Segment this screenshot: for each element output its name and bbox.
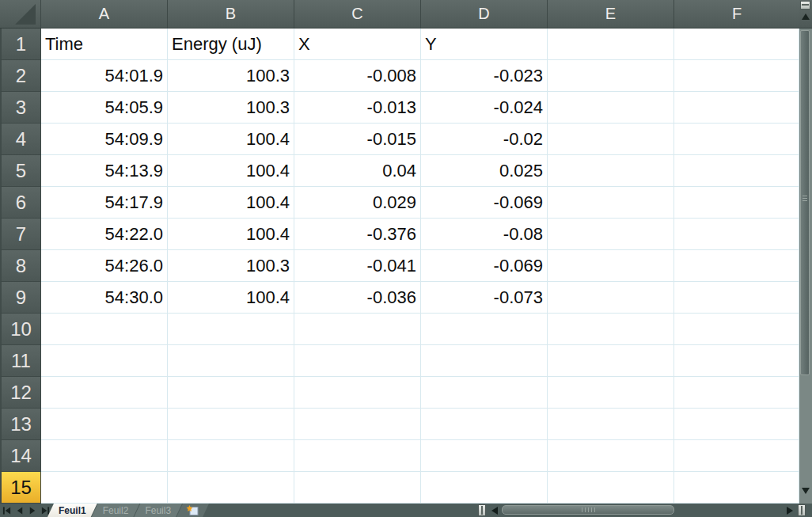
sheet-tab-feuil3[interactable]: Feuil3 [134,504,182,517]
tab-split-handle[interactable] [478,504,486,516]
cell-B1[interactable]: Energy (uJ) [168,29,294,60]
cell-D8[interactable]: -0.069 [421,250,548,282]
cell-C4[interactable]: -0.015 [294,124,421,155]
scroll-right-button[interactable] [787,507,793,515]
scroll-left-button[interactable] [491,507,498,515]
first-sheet-button[interactable] [2,506,12,515]
insert-worksheet-tab[interactable] [176,504,209,517]
cell-B7[interactable]: 100.4 [168,219,294,250]
cell-E9[interactable] [548,282,674,314]
sheet-tab-feuil1[interactable]: Feuil1 [47,504,97,517]
cell-F15[interactable] [674,472,799,504]
cell-F7[interactable] [674,219,799,250]
cell-C12[interactable] [294,377,421,409]
row-header-6[interactable]: 6 [0,187,41,219]
cell-A14[interactable] [41,440,168,472]
cell-C6[interactable]: 0.029 [294,187,421,219]
cell-C3[interactable]: -0.013 [294,92,421,124]
cell-C14[interactable] [294,440,421,472]
cell-B6[interactable]: 100.4 [168,187,294,219]
cell-D10[interactable] [421,314,548,345]
cell-D9[interactable]: -0.073 [421,282,548,314]
horizontal-split-handle[interactable] [798,504,806,516]
cell-F11[interactable] [674,345,799,377]
cell-A12[interactable] [41,377,168,409]
cell-B10[interactable] [168,314,294,345]
cell-F3[interactable] [674,92,799,124]
cell-C7[interactable]: -0.376 [294,219,421,250]
cell-A2[interactable]: 54:01.9 [41,60,168,92]
cell-E3[interactable] [548,92,674,124]
cell-B8[interactable]: 100.3 [168,250,294,282]
row-header-13[interactable]: 13 [0,409,41,440]
cell-E14[interactable] [548,440,674,472]
column-header-b[interactable]: B [168,0,294,28]
cell-F5[interactable] [674,155,799,187]
cell-E1[interactable] [548,29,674,60]
cell-F8[interactable] [674,250,799,282]
horizontal-scrollbar-thumb[interactable] [502,505,674,515]
cell-C15[interactable] [294,472,421,504]
cell-A1[interactable]: Time [41,29,168,60]
cell-A10[interactable] [41,314,168,345]
sheet-tab-feuil2[interactable]: Feuil2 [92,504,140,517]
cell-C10[interactable] [294,314,421,345]
column-header-c[interactable]: C [294,0,421,28]
cell-D11[interactable] [421,345,548,377]
row-header-12[interactable]: 12 [0,377,41,409]
cell-E15[interactable] [548,472,674,504]
cell-D12[interactable] [421,377,548,409]
cell-C1[interactable]: X [294,29,421,60]
row-header-10[interactable]: 10 [0,314,41,345]
cell-F2[interactable] [674,60,799,92]
cell-F9[interactable] [674,282,799,314]
cell-F1[interactable] [674,29,799,60]
cell-B13[interactable] [168,409,294,440]
cell-F4[interactable] [674,124,799,155]
cell-A11[interactable] [41,345,168,377]
cell-D6[interactable]: -0.069 [421,187,548,219]
cell-D7[interactable]: -0.08 [421,219,548,250]
cell-F6[interactable] [674,187,799,219]
cell-C8[interactable]: -0.041 [294,250,421,282]
row-header-15[interactable]: 15 [0,472,41,504]
cell-B5[interactable]: 100.4 [168,155,294,187]
cell-A8[interactable]: 54:26.0 [41,250,168,282]
row-header-11[interactable]: 11 [0,345,41,377]
next-sheet-button[interactable] [28,506,37,515]
cell-E4[interactable] [548,124,674,155]
column-header-d[interactable]: D [421,0,548,28]
cell-F10[interactable] [674,314,799,345]
cell-A9[interactable]: 54:30.0 [41,282,168,314]
vertical-split-handle[interactable] [800,1,810,10]
cell-D14[interactable] [421,440,548,472]
column-header-a[interactable]: A [41,0,168,28]
row-header-14[interactable]: 14 [0,440,41,472]
column-header-f[interactable]: F [674,0,799,28]
cell-B12[interactable] [168,377,294,409]
cell-A15[interactable] [41,472,168,504]
cell-A7[interactable]: 54:22.0 [41,219,168,250]
cell-C9[interactable]: -0.036 [294,282,421,314]
cell-B3[interactable]: 100.3 [168,92,294,124]
cell-E5[interactable] [548,155,674,187]
scroll-up-button[interactable] [802,13,810,20]
cell-E2[interactable] [548,60,674,92]
cell-D13[interactable] [421,409,548,440]
cell-E11[interactable] [548,345,674,377]
cell-B2[interactable]: 100.3 [168,60,294,92]
cell-B11[interactable] [168,345,294,377]
cell-A5[interactable]: 54:13.9 [41,155,168,187]
cell-F13[interactable] [674,409,799,440]
cell-B14[interactable] [168,440,294,472]
cell-B9[interactable]: 100.4 [168,282,294,314]
cell-C11[interactable] [294,345,421,377]
cell-D3[interactable]: -0.024 [421,92,548,124]
cell-E10[interactable] [548,314,674,345]
cell-F14[interactable] [674,440,799,472]
row-header-1[interactable]: 1 [0,29,41,60]
cell-C2[interactable]: -0.008 [294,60,421,92]
select-all-corner[interactable] [0,0,41,28]
cell-F12[interactable] [674,377,799,409]
row-header-7[interactable]: 7 [0,219,41,250]
